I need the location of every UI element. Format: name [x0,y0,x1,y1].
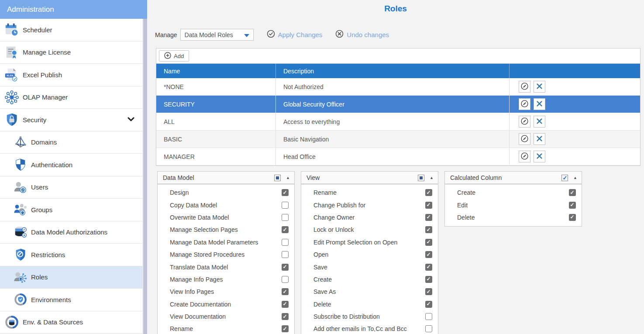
chevron-down-icon[interactable] [127,116,134,124]
sidebar-item-scheduler[interactable]: Scheduler [0,19,142,41]
permission-label: Create [457,189,569,196]
permission-label: Rename [170,325,282,332]
panel-select-all-checkbox[interactable] [561,175,568,181]
sidebar-item-domains[interactable]: Domains [0,131,142,154]
permission-label: View Documentation [170,313,282,320]
permission-checkbox[interactable] [425,301,432,308]
permission-checkbox[interactable] [425,251,432,258]
permission-label: Delete [313,301,425,308]
permission-label: Overwrite Data Model [170,214,282,221]
permission-checkbox[interactable] [282,264,289,271]
apply-changes-button[interactable]: Apply Changes [267,30,323,40]
sidebar-item-env-data-sources[interactable]: Env. & Data Sources [0,311,142,334]
panel-select-all-checkbox[interactable] [274,175,281,181]
permission-checkbox[interactable] [569,214,576,221]
permission-item-save-as: Save As [301,286,438,298]
add-button-label: Add [174,53,184,59]
permission-item-manage-selection-pages: Manage Selection Pages [158,224,294,236]
permission-item-view-info-pages: View Info Pages [158,286,294,298]
panel-select-all-checkbox[interactable] [418,175,424,181]
permission-label: Open [313,251,425,258]
sidebar-item-label: Restrictions [31,251,65,258]
delete-role-button[interactable] [534,151,545,162]
dropdown-selected-value: Data Model Roles [185,31,233,38]
collapse-arrow-icon[interactable]: ▲ [573,176,577,180]
delete-role-button[interactable] [534,81,545,93]
table-row-basic[interactable]: BASICBasic Navigation [156,131,640,148]
sidebar-item-users[interactable]: Users [0,176,142,199]
permission-checkbox[interactable] [425,214,432,221]
manage-row: Manage Data Model Roles Apply Changes Un… [155,29,389,41]
table-row-all[interactable]: ALLAccess to everything [156,113,640,131]
sidebar-item-olap-manager[interactable]: OLAP Manager [0,86,142,109]
delete-role-button[interactable] [534,116,545,127]
permission-checkbox[interactable] [282,301,289,308]
table-toolbar: Add [156,48,640,64]
sidebar-item-restrictions[interactable]: Restrictions [0,244,142,266]
collapse-arrow-icon[interactable]: ▲ [286,176,290,180]
permission-checkbox[interactable] [425,226,432,233]
manage-roles-dropdown[interactable]: Data Model Roles [180,29,254,41]
manage-label: Manage [155,31,177,38]
sidebar-item-groups[interactable]: Groups [0,199,142,221]
panel-title: Data Model [163,174,274,181]
permission-label: Create Documentation [170,301,282,308]
column-header-description[interactable]: Description [276,64,509,78]
delete-role-button[interactable] [534,133,545,145]
sidebar-item-label: Roles [31,273,48,281]
sidebar-item-excel-publish[interactable]: XLSXExcel Publish [0,64,142,86]
sidebar-item-security[interactable]: Security [0,109,142,131]
add-role-button[interactable]: Add [159,50,189,62]
undo-changes-button[interactable]: Undo changes [335,30,389,40]
permission-checkbox[interactable] [425,264,432,271]
sidebar-scrollbar-thumb[interactable] [143,19,147,334]
edit-role-button[interactable] [519,133,530,145]
collapse-arrow-icon[interactable]: ▲ [430,176,434,180]
permission-checkbox[interactable] [425,276,432,283]
table-row-security[interactable]: SECURITYGlobal Security Officer [156,96,640,113]
permission-checkbox[interactable] [282,214,289,221]
sidebar-item-environments[interactable]: Environments [0,289,142,311]
permission-checkbox[interactable] [282,276,289,283]
permission-checkbox[interactable] [425,313,432,320]
column-header-actions [509,64,640,78]
sidebar-item-roles[interactable]: Roles [0,266,142,289]
permission-checkbox[interactable] [282,202,289,209]
permission-checkbox[interactable] [425,189,432,196]
delete-role-button[interactable] [534,98,545,110]
permission-checkbox[interactable] [282,239,289,246]
permission-checkbox[interactable] [425,288,432,295]
permission-checkbox[interactable] [282,288,289,295]
sidebar-item-manage-license[interactable]: Manage License [0,41,142,64]
edit-role-button[interactable] [519,98,530,110]
permission-item-rename: Rename [301,186,438,199]
table-row-none[interactable]: *NONENot Authorized [156,78,640,96]
role-actions-cell [509,131,640,148]
sidebar-item-label: Security [23,116,46,124]
sidebar-item-authentication[interactable]: Authentication [0,154,142,176]
table-row-manager[interactable]: MANAGERHead Office [156,148,640,165]
permission-checkbox[interactable] [425,325,432,332]
sidebar-item-data-model-authorizations[interactable]: Data Model Authorizations [0,221,142,244]
manage-license-icon [4,45,19,60]
edit-role-button[interactable] [519,116,530,127]
permission-checkbox[interactable] [425,202,432,209]
permission-checkbox[interactable] [425,239,432,246]
edit-role-button[interactable] [519,81,530,93]
permission-checkbox[interactable] [282,226,289,233]
permission-checkbox[interactable] [569,189,576,196]
column-header-name[interactable]: Name [156,64,276,78]
permission-checkbox[interactable] [282,251,289,258]
permission-label: View Info Pages [170,288,282,295]
roles-table: Add Name Description *NONENot Authorized… [156,48,641,166]
edit-role-button[interactable] [519,151,530,162]
x-icon [536,83,543,91]
permission-checkbox[interactable] [569,202,576,209]
role-name-cell: MANAGER [156,148,276,165]
permission-checkbox[interactable] [282,189,289,196]
permission-checkbox[interactable] [282,325,289,332]
sidebar-scrollbar[interactable] [142,19,147,334]
permission-checkbox[interactable] [282,313,289,320]
panel-header: Data Model▲ [158,172,294,184]
permission-label: Save [313,264,425,271]
